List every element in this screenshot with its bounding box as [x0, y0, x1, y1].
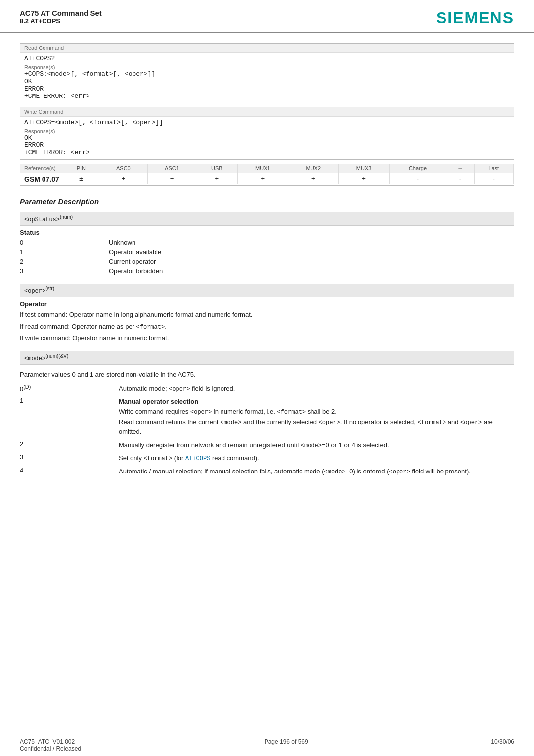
param-oper-header: <oper>(str): [20, 284, 514, 297]
cell-mux3: +: [339, 173, 389, 184]
col-asc0: ASC0: [99, 164, 147, 173]
mode-row-4: 4 Automatic / manual selection; if manua…: [20, 465, 514, 478]
footer-status: Confidential / Released: [20, 745, 81, 752]
footer-left: AC75_ATC_V01.002 Confidential / Released: [20, 738, 81, 752]
main-content: Read Command AT+COPS? Response(s) +COPS:…: [0, 33, 534, 496]
param-oper-name: <oper>: [24, 288, 45, 295]
mode-desc-0: Automatic mode; <oper> field is ignored.: [119, 382, 514, 396]
param-opStatus-name: <opStatus>: [24, 216, 60, 223]
doc-title: AC75 AT Command Set: [20, 9, 102, 17]
col-mux2: MUX2: [288, 164, 339, 173]
col-arrow: →: [446, 164, 474, 173]
opStatus-val-1: 1: [20, 247, 109, 257]
param-oper-line1: If test command: Operator name in long a…: [20, 310, 514, 320]
header-right: SIEMENS: [436, 9, 514, 27]
param-oper-subheading: Operator: [20, 300, 514, 308]
opStatus-desc-2: Current operator: [109, 257, 514, 266]
write-response-label: Response(s): [24, 128, 510, 134]
opStatus-val-0: 0: [20, 238, 109, 247]
mode-val-4: 4: [20, 465, 119, 478]
mode-d-sup: (D): [23, 384, 31, 390]
read-command-text: AT+COPS?: [24, 55, 510, 62]
param-oper-sup: (str): [45, 286, 54, 291]
cell-charge: -: [389, 173, 446, 184]
param-oper-body: Operator If test command: Operator name …: [20, 297, 514, 343]
cell-mux1: +: [237, 173, 288, 184]
param-mode-intro: Parameter values 0 and 1 are stored non-…: [20, 370, 514, 379]
write-command-content: AT+COPS=<mode>[, <format>[, <oper>]] Res…: [20, 117, 514, 159]
cell-arrow: -: [446, 173, 474, 184]
header-left: AC75 AT Command Set 8.2 AT+COPS: [20, 9, 102, 25]
col-mux1: MUX1: [237, 164, 288, 173]
read-response-2: OK: [24, 78, 510, 85]
read-command-label: Read Command: [20, 44, 514, 53]
opStatus-row-3: 3 Operator forbidden: [20, 266, 514, 276]
reference-right: PIN ASC0 ASC1 USB MUX1 MUX2 MUX3 Charge …: [63, 164, 514, 185]
mode-val-0: 0(D): [20, 382, 119, 396]
footer-center: Page 196 of 569: [265, 738, 308, 752]
cell-asc0: +: [99, 173, 147, 184]
write-response-3: +CME ERROR: <err>: [24, 149, 510, 156]
param-opStatus: <opStatus>(num) Status 0 Unknown 1 Opera…: [20, 212, 514, 276]
opStatus-desc-3: Operator forbidden: [109, 266, 514, 276]
param-mode-body: Parameter values 0 and 1 are stored non-…: [20, 365, 514, 478]
footer-page: Page 196 of 569: [265, 738, 308, 745]
col-mux3: MUX3: [339, 164, 389, 173]
ref-value: GSM 07.07: [20, 173, 63, 185]
cell-asc1: +: [147, 173, 196, 184]
page-footer: AC75_ATC_V01.002 Confidential / Released…: [0, 734, 534, 756]
cell-last: -: [474, 173, 513, 184]
cell-pin: ±: [63, 173, 99, 184]
footer-right: 10/30/06: [491, 738, 514, 752]
mode-val-2: 2: [20, 439, 119, 452]
ref-table-header-row: PIN ASC0 ASC1 USB MUX1 MUX2 MUX3 Charge …: [63, 164, 514, 173]
reference-table: Reference(s) GSM 07.07 PIN ASC0 ASC1 USB…: [20, 164, 514, 186]
param-oper-line3: If write command: Operator name in numer…: [20, 333, 514, 343]
col-usb: USB: [196, 164, 238, 173]
mode-row-2: 2 Manually deregister from network and r…: [20, 439, 514, 452]
param-mode-name: <mode>: [24, 355, 45, 362]
mode-desc-4: Automatic / manual selection; if manual …: [119, 465, 514, 478]
param-opStatus-subheading: Status: [20, 229, 514, 236]
param-mode-sup: (num)(&V): [45, 353, 68, 359]
write-command-block: Write Command AT+COPS=<mode>[, <format>[…: [20, 107, 514, 160]
param-oper: <oper>(str) Operator If test command: Op…: [20, 284, 514, 343]
ref-table-data-row: ± + + + + + + - - -: [63, 173, 514, 184]
param-opStatus-sup: (num): [60, 214, 73, 220]
mode-val-3: 3: [20, 452, 119, 465]
opStatus-row-2: 2 Current operator: [20, 257, 514, 266]
mode-desc-1-bold: Manual operator selection: [119, 398, 198, 405]
mode-desc-3: Set only <format> (for AT+COPS read comm…: [119, 452, 514, 465]
brand-logo: SIEMENS: [436, 9, 514, 27]
opStatus-row-0: 0 Unknown: [20, 238, 514, 247]
param-mode: <mode>(num)(&V) Parameter values 0 and 1…: [20, 351, 514, 478]
param-desc-title: Parameter Description: [20, 197, 514, 206]
opStatus-val-3: 3: [20, 266, 109, 276]
param-opStatus-table: 0 Unknown 1 Operator available 2 Current…: [20, 238, 514, 276]
footer-date: 10/30/06: [491, 738, 514, 745]
param-mode-table: 0(D) Automatic mode; <oper> field is ign…: [20, 382, 514, 478]
mode-desc-1: Manual operator selection Write command …: [119, 395, 514, 438]
write-command-text: AT+COPS=<mode>[, <format>[, <oper>]]: [24, 119, 510, 126]
opStatus-desc-0: Unknown: [109, 238, 514, 247]
opStatus-val-2: 2: [20, 257, 109, 266]
read-response-4: +CME ERROR: <err>: [24, 93, 510, 100]
mode-desc-2: Manually deregister from network and rem…: [119, 439, 514, 452]
read-command-block: Read Command AT+COPS? Response(s) +COPS:…: [20, 43, 514, 103]
read-command-content: AT+COPS? Response(s) +COPS:<mode>[, <for…: [20, 53, 514, 103]
page-header: AC75 AT Command Set 8.2 AT+COPS SIEMENS: [0, 0, 534, 33]
cell-mux2: +: [288, 173, 339, 184]
mode-val-1: 1: [20, 395, 119, 438]
write-command-label: Write Command: [20, 107, 514, 117]
doc-subtitle: 8.2 AT+COPS: [20, 17, 102, 25]
col-asc1: ASC1: [147, 164, 196, 173]
read-response-label: Response(s): [24, 64, 510, 70]
write-response-2: ERROR: [24, 142, 510, 149]
opStatus-desc-1: Operator available: [109, 247, 514, 257]
param-opStatus-body: Status 0 Unknown 1 Operator available 2 …: [20, 226, 514, 276]
cell-usb: +: [196, 173, 238, 184]
command-section: Read Command AT+COPS? Response(s) +COPS:…: [20, 43, 514, 186]
footer-doc-id: AC75_ATC_V01.002: [20, 738, 81, 745]
col-last: Last: [474, 164, 513, 173]
col-charge: Charge: [389, 164, 446, 173]
